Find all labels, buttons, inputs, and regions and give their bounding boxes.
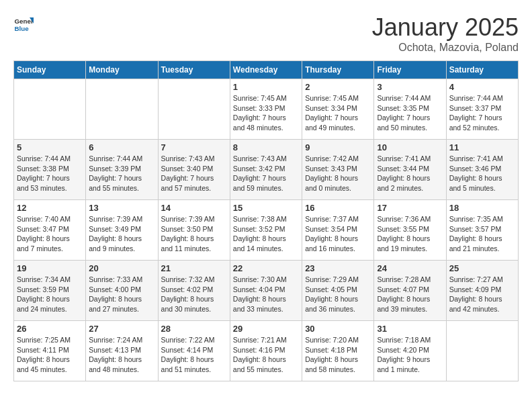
calendar-week-row: 12Sunrise: 7:40 AMSunset: 3:47 PMDayligh… <box>14 200 519 261</box>
day-info: Sunrise: 7:34 AMSunset: 3:59 PMDaylight:… <box>17 275 83 314</box>
calendar-cell: 18Sunrise: 7:35 AMSunset: 3:57 PMDayligh… <box>446 200 518 261</box>
calendar-cell: 27Sunrise: 7:24 AMSunset: 4:13 PMDayligh… <box>86 321 158 381</box>
day-number: 5 <box>17 142 83 152</box>
day-info: Sunrise: 7:38 AMSunset: 3:52 PMDaylight:… <box>233 214 299 254</box>
day-info: Sunrise: 7:27 AMSunset: 4:09 PMDaylight:… <box>449 275 515 314</box>
calendar-cell: 24Sunrise: 7:28 AMSunset: 4:07 PMDayligh… <box>374 261 446 321</box>
calendar-week-row: 26Sunrise: 7:25 AMSunset: 4:11 PMDayligh… <box>14 321 519 381</box>
day-number: 31 <box>377 324 443 334</box>
day-info: Sunrise: 7:28 AMSunset: 4:07 PMDaylight:… <box>377 275 443 314</box>
day-number: 12 <box>17 203 83 213</box>
month-title: January 2025 <box>372 13 519 42</box>
calendar-week-row: 1Sunrise: 7:45 AMSunset: 3:33 PMDaylight… <box>14 79 519 140</box>
day-number: 18 <box>449 203 515 213</box>
day-number: 4 <box>449 82 515 92</box>
day-number: 20 <box>89 263 154 273</box>
day-info: Sunrise: 7:37 AMSunset: 3:54 PMDaylight:… <box>305 214 371 254</box>
day-info: Sunrise: 7:25 AMSunset: 4:11 PMDaylight:… <box>17 335 83 375</box>
calendar-cell <box>158 79 230 140</box>
weekday-header-row: SundayMondayTuesdayWednesdayThursdayFrid… <box>14 61 519 79</box>
calendar-cell: 29Sunrise: 7:21 AMSunset: 4:16 PMDayligh… <box>230 321 302 381</box>
day-info: Sunrise: 7:36 AMSunset: 3:55 PMDaylight:… <box>377 214 443 254</box>
day-info: Sunrise: 7:20 AMSunset: 4:18 PMDaylight:… <box>305 335 371 375</box>
day-info: Sunrise: 7:22 AMSunset: 4:14 PMDaylight:… <box>161 335 227 375</box>
day-number: 1 <box>233 82 299 92</box>
day-info: Sunrise: 7:45 AMSunset: 3:34 PMDaylight:… <box>305 93 371 133</box>
weekday-header-friday: Friday <box>374 61 446 79</box>
calendar-week-row: 5Sunrise: 7:44 AMSunset: 3:38 PMDaylight… <box>14 140 519 200</box>
calendar-cell: 31Sunrise: 7:18 AMSunset: 4:20 PMDayligh… <box>374 321 446 381</box>
calendar-cell: 14Sunrise: 7:39 AMSunset: 3:50 PMDayligh… <box>158 200 230 261</box>
calendar-cell: 25Sunrise: 7:27 AMSunset: 4:09 PMDayligh… <box>446 261 518 321</box>
calendar-cell: 15Sunrise: 7:38 AMSunset: 3:52 PMDayligh… <box>230 200 302 261</box>
day-number: 27 <box>89 324 154 334</box>
day-number: 25 <box>449 263 515 273</box>
day-info: Sunrise: 7:41 AMSunset: 3:44 PMDaylight:… <box>377 154 443 193</box>
calendar-week-row: 19Sunrise: 7:34 AMSunset: 3:59 PMDayligh… <box>14 261 519 321</box>
calendar-cell: 20Sunrise: 7:33 AMSunset: 4:00 PMDayligh… <box>86 261 158 321</box>
calendar-cell: 6Sunrise: 7:44 AMSunset: 3:39 PMDaylight… <box>86 140 158 200</box>
day-info: Sunrise: 7:39 AMSunset: 3:50 PMDaylight:… <box>161 214 227 254</box>
day-info: Sunrise: 7:44 AMSunset: 3:37 PMDaylight:… <box>449 93 515 133</box>
day-number: 9 <box>305 142 371 152</box>
day-number: 21 <box>161 263 227 273</box>
day-number: 23 <box>305 263 371 273</box>
calendar-table: SundayMondayTuesdayWednesdayThursdayFrid… <box>13 60 519 381</box>
day-number: 11 <box>449 142 515 152</box>
day-info: Sunrise: 7:39 AMSunset: 3:49 PMDaylight:… <box>89 214 154 254</box>
day-number: 22 <box>233 263 299 273</box>
calendar-cell: 1Sunrise: 7:45 AMSunset: 3:33 PMDaylight… <box>230 79 302 140</box>
day-number: 13 <box>89 203 154 213</box>
calendar-cell <box>446 321 518 381</box>
calendar-cell: 26Sunrise: 7:25 AMSunset: 4:11 PMDayligh… <box>14 321 86 381</box>
weekday-header-tuesday: Tuesday <box>158 61 230 79</box>
calendar-cell: 3Sunrise: 7:44 AMSunset: 3:35 PMDaylight… <box>374 79 446 140</box>
day-number: 10 <box>377 142 443 152</box>
day-info: Sunrise: 7:41 AMSunset: 3:46 PMDaylight:… <box>449 154 515 193</box>
day-info: Sunrise: 7:24 AMSunset: 4:13 PMDaylight:… <box>89 335 154 375</box>
calendar-cell: 28Sunrise: 7:22 AMSunset: 4:14 PMDayligh… <box>158 321 230 381</box>
svg-text:Blue: Blue <box>15 25 30 32</box>
day-info: Sunrise: 7:44 AMSunset: 3:39 PMDaylight:… <box>89 154 154 193</box>
day-number: 24 <box>377 263 443 273</box>
day-number: 17 <box>377 203 443 213</box>
day-info: Sunrise: 7:30 AMSunset: 4:04 PMDaylight:… <box>233 275 299 314</box>
day-info: Sunrise: 7:35 AMSunset: 3:57 PMDaylight:… <box>449 214 515 254</box>
day-info: Sunrise: 7:33 AMSunset: 4:00 PMDaylight:… <box>89 275 154 314</box>
weekday-header-sunday: Sunday <box>14 61 86 79</box>
calendar-cell: 30Sunrise: 7:20 AMSunset: 4:18 PMDayligh… <box>302 321 374 381</box>
calendar-cell: 9Sunrise: 7:42 AMSunset: 3:43 PMDaylight… <box>302 140 374 200</box>
day-number: 26 <box>17 324 83 334</box>
day-info: Sunrise: 7:29 AMSunset: 4:05 PMDaylight:… <box>305 275 371 314</box>
day-number: 19 <box>17 263 83 273</box>
day-number: 29 <box>233 324 299 334</box>
calendar-cell: 13Sunrise: 7:39 AMSunset: 3:49 PMDayligh… <box>86 200 158 261</box>
calendar-cell: 11Sunrise: 7:41 AMSunset: 3:46 PMDayligh… <box>446 140 518 200</box>
day-number: 7 <box>161 142 227 152</box>
calendar-cell <box>14 79 86 140</box>
day-info: Sunrise: 7:40 AMSunset: 3:47 PMDaylight:… <box>17 214 83 254</box>
day-info: Sunrise: 7:32 AMSunset: 4:02 PMDaylight:… <box>161 275 227 314</box>
calendar-cell: 16Sunrise: 7:37 AMSunset: 3:54 PMDayligh… <box>302 200 374 261</box>
calendar-cell: 22Sunrise: 7:30 AMSunset: 4:04 PMDayligh… <box>230 261 302 321</box>
weekday-header-saturday: Saturday <box>446 61 518 79</box>
day-info: Sunrise: 7:44 AMSunset: 3:35 PMDaylight:… <box>377 93 443 133</box>
day-number: 30 <box>305 324 371 334</box>
weekday-header-monday: Monday <box>86 61 158 79</box>
calendar-cell: 10Sunrise: 7:41 AMSunset: 3:44 PMDayligh… <box>374 140 446 200</box>
day-number: 28 <box>161 324 227 334</box>
calendar-cell: 7Sunrise: 7:43 AMSunset: 3:40 PMDaylight… <box>158 140 230 200</box>
calendar-cell: 5Sunrise: 7:44 AMSunset: 3:38 PMDaylight… <box>14 140 86 200</box>
weekday-header-thursday: Thursday <box>302 61 374 79</box>
day-number: 16 <box>305 203 371 213</box>
calendar-cell: 4Sunrise: 7:44 AMSunset: 3:37 PMDaylight… <box>446 79 518 140</box>
calendar-cell <box>86 79 158 140</box>
day-number: 6 <box>89 142 154 152</box>
calendar-cell: 21Sunrise: 7:32 AMSunset: 4:02 PMDayligh… <box>158 261 230 321</box>
day-number: 8 <box>233 142 299 152</box>
day-number: 3 <box>377 82 443 92</box>
calendar-cell: 8Sunrise: 7:43 AMSunset: 3:42 PMDaylight… <box>230 140 302 200</box>
calendar-cell: 12Sunrise: 7:40 AMSunset: 3:47 PMDayligh… <box>14 200 86 261</box>
calendar-cell: 17Sunrise: 7:36 AMSunset: 3:55 PMDayligh… <box>374 200 446 261</box>
day-info: Sunrise: 7:21 AMSunset: 4:16 PMDaylight:… <box>233 335 299 375</box>
